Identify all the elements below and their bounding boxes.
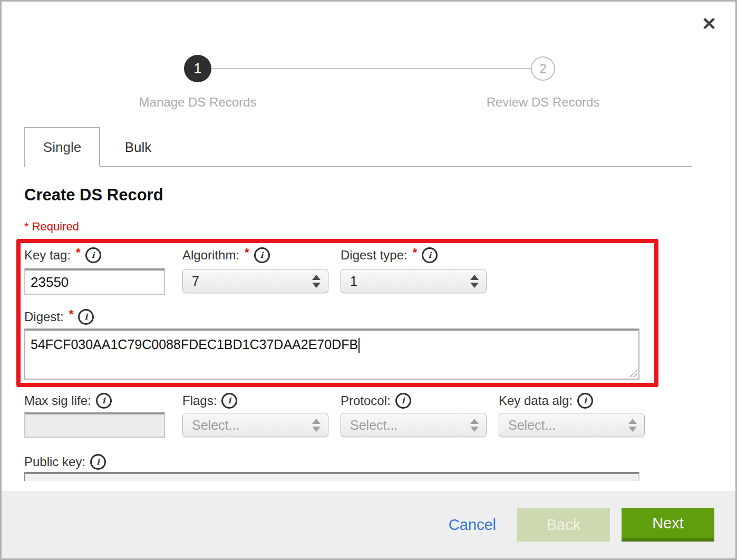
info-icon[interactable]: i: [96, 393, 112, 409]
max-sig-life-label-text: Max sig life:: [24, 393, 91, 408]
public-key-label-text: Public key:: [24, 455, 85, 469]
info-icon[interactable]: i: [254, 247, 270, 263]
step-1-circle: 1: [184, 55, 211, 82]
public-key-textarea[interactable]: [24, 472, 639, 481]
required-asterisk: *: [69, 307, 74, 321]
key-data-alg-select[interactable]: Select...: [499, 413, 645, 437]
select-arrows-icon: [312, 419, 321, 432]
required-asterisk: *: [245, 246, 249, 259]
protocol-select-value: Select...: [350, 418, 397, 433]
info-icon[interactable]: i: [90, 454, 106, 470]
key-tag-label: Key tag: * i: [24, 247, 101, 263]
digest-type-label-text: Digest type:: [341, 248, 408, 263]
step-1-label: Manage DS Records: [103, 95, 293, 110]
digest-type-select[interactable]: 1: [341, 269, 487, 293]
select-arrows-icon: [312, 275, 321, 288]
digest-value: 54FCF030AA1C79C0088FDEC1BD1C37DAA2E70DFB: [31, 337, 358, 352]
flags-label: Flags: i: [182, 393, 237, 409]
create-ds-record-dialog: ✕ 1 2 Manage DS Records Review DS Record…: [0, 0, 737, 560]
info-icon[interactable]: i: [85, 247, 101, 263]
protocol-select[interactable]: Select...: [341, 413, 487, 437]
protocol-label-text: Protocol:: [341, 393, 391, 408]
back-button[interactable]: Back: [517, 508, 610, 542]
flags-label-text: Flags:: [182, 393, 217, 408]
max-sig-life-label: Max sig life: i: [24, 393, 112, 409]
public-key-label: Public key: i: [24, 454, 106, 470]
required-asterisk: *: [76, 246, 81, 259]
key-tag-input[interactable]: [24, 268, 165, 295]
algorithm-select-value: 7: [192, 274, 199, 289]
key-data-alg-label: Key data alg: i: [499, 393, 593, 409]
page-title: Create DS Record: [24, 186, 163, 205]
select-arrows-icon: [470, 419, 479, 432]
digest-label: Digest: * i: [24, 309, 94, 325]
flags-select[interactable]: Select...: [182, 413, 328, 437]
tab-bulk[interactable]: Bulk: [101, 128, 175, 166]
digest-type-select-value: 1: [350, 274, 357, 289]
algorithm-select[interactable]: 7: [182, 269, 328, 293]
info-icon[interactable]: i: [422, 247, 438, 263]
tab-single[interactable]: Single: [24, 127, 100, 167]
algorithm-label-text: Algorithm:: [182, 248, 239, 263]
dialog-footer: Cancel Back Next: [2, 491, 735, 558]
protocol-label: Protocol: i: [341, 393, 411, 409]
info-icon[interactable]: i: [221, 393, 237, 409]
key-data-alg-label-text: Key data alg:: [499, 393, 573, 408]
cancel-link[interactable]: Cancel: [449, 516, 496, 534]
tab-bar: Single Bulk: [24, 127, 692, 167]
digest-textarea[interactable]: 54FCF030AA1C79C0088FDEC1BD1C37DAA2E70DFB: [24, 329, 639, 380]
info-icon[interactable]: i: [395, 393, 411, 409]
step-2-circle: 2: [531, 56, 555, 81]
info-icon[interactable]: i: [577, 393, 593, 409]
max-sig-life-input[interactable]: [24, 412, 165, 438]
flags-select-value: Select...: [192, 418, 239, 433]
stepper-connector-line: [198, 68, 543, 69]
required-note: * Required: [24, 220, 79, 234]
required-asterisk: *: [413, 246, 418, 259]
select-arrows-icon: [470, 275, 479, 288]
next-button[interactable]: Next: [622, 508, 714, 542]
info-icon[interactable]: i: [78, 309, 94, 325]
key-data-alg-select-value: Select...: [508, 418, 556, 433]
resize-handle-icon[interactable]: [628, 368, 637, 377]
algorithm-label: Algorithm: * i: [182, 247, 270, 263]
key-tag-label-text: Key tag:: [24, 248, 71, 263]
digest-label-text: Digest:: [24, 310, 64, 324]
step-2-label: Review DS Records: [448, 95, 638, 110]
digest-type-label: Digest type: * i: [341, 247, 438, 263]
text-cursor: [358, 338, 360, 353]
select-arrows-icon: [628, 419, 637, 432]
close-icon[interactable]: ✕: [699, 13, 720, 34]
